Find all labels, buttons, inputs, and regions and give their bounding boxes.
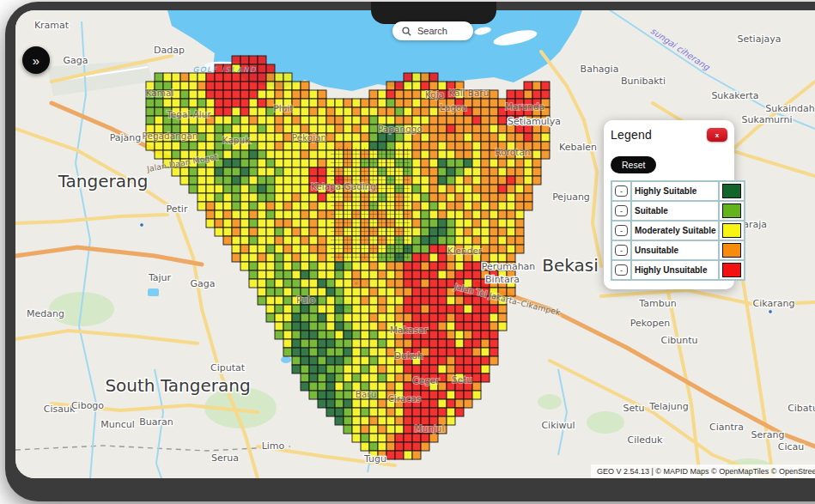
grid-cell[interactable] — [429, 313, 438, 322]
grid-cell[interactable] — [318, 167, 326, 176]
grid-cell[interactable] — [464, 270, 472, 279]
grid-cell[interactable] — [283, 313, 292, 322]
grid-cell[interactable] — [481, 142, 490, 150]
grid-cell[interactable] — [490, 107, 498, 116]
grid-cell[interactable] — [301, 262, 309, 270]
grid-cell[interactable] — [232, 228, 240, 236]
grid-cell[interactable] — [344, 133, 352, 142]
grid-cell[interactable] — [232, 124, 240, 133]
grid-cell[interactable] — [447, 159, 455, 167]
grid-cell[interactable] — [429, 391, 438, 399]
grid-cell[interactable] — [447, 270, 455, 279]
grid-cell[interactable] — [386, 382, 395, 391]
grid-cell[interactable] — [292, 219, 301, 228]
grid-cell[interactable] — [266, 210, 275, 219]
grid-cell[interactable] — [215, 219, 223, 228]
grid-cell[interactable] — [361, 124, 369, 133]
grid-cell[interactable] — [464, 331, 472, 339]
grid-cell[interactable] — [215, 167, 223, 176]
grid-cell[interactable] — [215, 116, 223, 124]
grid-cell[interactable] — [266, 82, 275, 90]
grid-cell[interactable] — [301, 356, 309, 365]
grid-cell[interactable] — [198, 99, 206, 107]
grid-cell[interactable] — [490, 116, 498, 124]
grid-cell[interactable] — [498, 305, 507, 313]
grid-cell[interactable] — [369, 434, 378, 442]
grid-cell[interactable] — [301, 236, 309, 245]
grid-cell[interactable] — [240, 107, 249, 116]
grid-cell[interactable] — [249, 73, 258, 82]
grid-cell[interactable] — [507, 176, 515, 185]
grid-cell[interactable] — [223, 150, 232, 159]
grid-cell[interactable] — [318, 296, 326, 305]
grid-cell[interactable] — [429, 288, 438, 296]
grid-cell[interactable] — [301, 322, 309, 331]
grid-cell[interactable] — [447, 236, 455, 245]
grid-cell[interactable] — [335, 416, 344, 425]
grid-cell[interactable] — [335, 262, 344, 270]
grid-cell[interactable] — [352, 399, 361, 408]
grid-cell[interactable] — [498, 202, 507, 210]
grid-cell[interactable] — [275, 82, 283, 90]
grid-cell[interactable] — [206, 124, 215, 133]
grid-cell[interactable] — [232, 90, 240, 99]
grid-cell[interactable] — [352, 356, 361, 365]
grid-cell[interactable] — [481, 202, 490, 210]
grid-cell[interactable] — [309, 339, 318, 348]
grid-cell[interactable] — [155, 107, 163, 116]
grid-cell[interactable] — [438, 133, 447, 142]
grid-cell[interactable] — [472, 167, 481, 176]
grid-cell[interactable] — [163, 99, 172, 107]
grid-cell[interactable] — [283, 185, 292, 193]
grid-cell[interactable] — [464, 124, 472, 133]
grid-cell[interactable] — [172, 73, 180, 82]
grid-cell[interactable] — [258, 245, 266, 253]
grid-cell[interactable] — [266, 236, 275, 245]
grid-cell[interactable] — [292, 193, 301, 202]
grid-cell[interactable] — [309, 193, 318, 202]
grid-cell[interactable] — [429, 150, 438, 159]
grid-cell[interactable] — [223, 167, 232, 176]
grid-cell[interactable] — [404, 73, 412, 82]
grid-cell[interactable] — [292, 339, 301, 348]
grid-cell[interactable] — [412, 408, 421, 416]
grid-cell[interactable] — [404, 305, 412, 313]
grid-cell[interactable] — [240, 167, 249, 176]
grid-cell[interactable] — [455, 228, 464, 236]
grid-cell[interactable] — [344, 382, 352, 391]
grid-cell[interactable] — [344, 279, 352, 288]
grid-cell[interactable] — [421, 296, 429, 305]
grid-cell[interactable] — [275, 185, 283, 193]
grid-cell[interactable] — [507, 210, 515, 219]
grid-cell[interactable] — [369, 133, 378, 142]
grid-cell[interactable] — [215, 228, 223, 236]
grid-cell[interactable] — [369, 116, 378, 124]
grid-cell[interactable] — [421, 365, 429, 373]
grid-cell[interactable] — [335, 339, 344, 348]
grid-cell[interactable] — [352, 124, 361, 133]
grid-cell[interactable] — [352, 373, 361, 382]
grid-cell[interactable] — [292, 348, 301, 356]
grid-cell[interactable] — [438, 142, 447, 150]
grid-cell[interactable] — [464, 339, 472, 348]
grid-cell[interactable] — [258, 73, 266, 82]
grid-cell[interactable] — [215, 210, 223, 219]
grid-cell[interactable] — [232, 73, 240, 82]
grid-cell[interactable] — [301, 90, 309, 99]
grid-cell[interactable] — [206, 193, 215, 202]
grid-cell[interactable] — [472, 313, 481, 322]
grid-cell[interactable] — [361, 442, 369, 451]
grid-cell[interactable] — [404, 107, 412, 116]
grid-cell[interactable] — [369, 348, 378, 356]
grid-cell[interactable] — [378, 313, 386, 322]
grid-cell[interactable] — [378, 434, 386, 442]
grid-cell[interactable] — [240, 236, 249, 245]
grid-cell[interactable] — [515, 133, 524, 142]
grid-cell[interactable] — [292, 356, 301, 365]
grid-cell[interactable] — [249, 99, 258, 107]
grid-cell[interactable] — [404, 434, 412, 442]
grid-cell[interactable] — [361, 399, 369, 408]
grid-cell[interactable] — [249, 133, 258, 142]
grid-cell[interactable] — [258, 193, 266, 202]
grid-cell[interactable] — [455, 133, 464, 142]
